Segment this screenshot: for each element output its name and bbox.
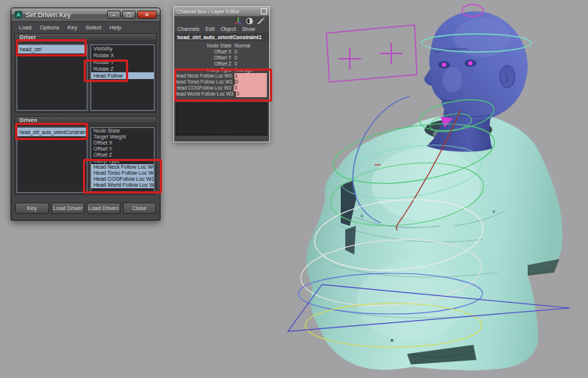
channel-box-toolbar — [174, 17, 269, 25]
channel-row-offset-x: Offset X0 — [174, 49, 269, 55]
driven-attr-head-torso-follow[interactable]: Head Torso Follow Loc W1 — [91, 170, 154, 176]
set-driven-key-window: Set Driven Key – ▢ ✕ Load Options Key Se… — [11, 8, 161, 221]
driven-object-list: head_ctrl_auto_orientConstraint1 — [17, 127, 87, 193]
driver-object-list: head_ctrl — [17, 44, 87, 111]
channel-box-attributes: Node StateNormal Offset X0 Offset Y0 Off… — [174, 41, 269, 97]
menu-help[interactable]: Help — [109, 24, 121, 31]
right-eye-marker[interactable] — [468, 61, 473, 66]
driven-attr-offset-z[interactable]: Offset Z — [91, 152, 154, 158]
sdk-titlebar[interactable]: Set Driven Key – ▢ ✕ — [11, 8, 160, 22]
axes-icon[interactable] — [234, 17, 242, 25]
channel-row-offset-z: Offset Z0 — [174, 61, 269, 67]
resize-grip[interactable]: ·········· — [210, 130, 233, 134]
driver-attribute-list: Visibility Rotate X Rotate Y Rotate Z He… — [90, 44, 155, 111]
channel-row-head-cog-follow: Head COGFollow Loc W20 — [174, 85, 269, 91]
menu-object[interactable]: Object — [221, 26, 236, 32]
driver-object-head_ctrl[interactable]: head_ctrl — [17, 45, 87, 53]
driven-attr-offset-y[interactable]: Offset Y — [91, 146, 154, 152]
minimize-button[interactable]: – — [107, 11, 121, 19]
driver-lists: head_ctrl Visibility Rotate X Rotate Y R… — [14, 42, 157, 113]
driver-section-header[interactable]: Driver — [14, 33, 157, 41]
pen-icon[interactable] — [257, 17, 265, 25]
channel-row-node-state: Node StateNormal — [174, 43, 269, 49]
driven-attr-target-weight[interactable]: Target Weight — [91, 134, 154, 140]
channel-row-head-neck-follow: Head Neck Follow Loc W01 — [174, 73, 269, 79]
close-button[interactable]: Close — [123, 203, 157, 214]
channel-box-panel: Channel Box / Layer Editor Channels Edit… — [173, 6, 270, 142]
driven-attribute-list: Node State Target Weight Offset X Offset… — [90, 127, 155, 193]
driven-lists: head_ctrl_auto_orientConstraint1 Node St… — [14, 125, 157, 195]
layer-editor-area: ·········· — [176, 102, 268, 136]
channel-box-menubar: Channels Edit Object Show — [174, 25, 269, 34]
driver-attr-rotate-z[interactable]: Rotate Z — [91, 66, 154, 72]
channel-box-title: Channel Box / Layer Editor — [176, 9, 240, 14]
load-driver-button[interactable]: Load Driver — [51, 203, 85, 214]
menu-load[interactable]: Load — [19, 24, 32, 31]
menu-edit[interactable]: Edit — [206, 26, 215, 32]
driven-attr-head-cog-follow[interactable]: Head COGFollow Loc W2 — [91, 176, 154, 182]
driven-attr-interp-type[interactable]: Interp Type — [91, 158, 154, 164]
driver-attr-head-follow[interactable]: Head Follow — [91, 72, 154, 79]
channel-row-head-torso-follow: Head Torso Follow Loc W10 — [174, 79, 269, 85]
sdk-menubar: Load Options Key Select Help — [13, 23, 158, 32]
channel-row-head-world-follow: Head World Follow Loc W30 — [174, 91, 269, 97]
load-driven-button[interactable]: Load Driven — [87, 203, 121, 214]
key-button[interactable]: Key — [15, 203, 49, 214]
menu-channels[interactable]: Channels — [177, 26, 200, 32]
sdk-button-row: Key Load Driver Load Driven Close — [15, 203, 156, 214]
menu-select[interactable]: Select — [85, 24, 101, 31]
menu-key[interactable]: Key — [68, 24, 78, 31]
driven-section-header[interactable]: Driven — [14, 116, 157, 124]
sdk-window-title: Set Driven Key — [26, 11, 71, 19]
menu-options[interactable]: Options — [40, 24, 60, 31]
driven-attr-head-neck-follow[interactable]: Head Neck Follow Loc W0 — [91, 164, 154, 170]
maya-app-icon — [14, 11, 23, 19]
driver-attr-rotate-y[interactable]: Rotate Y — [91, 59, 154, 66]
channel-box-titlebar[interactable]: Channel Box / Layer Editor — [174, 7, 269, 17]
channel-row-offset-y: Offset Y0 — [174, 55, 269, 61]
driven-object-constraint[interactable]: head_ctrl_auto_orientConstraint1 — [17, 128, 87, 136]
menu-show[interactable]: Show — [242, 26, 256, 32]
driver-attr-rotate-x[interactable]: Rotate X — [91, 52, 154, 59]
maximize-button[interactable]: ▢ — [122, 11, 136, 19]
driven-attr-head-world-follow[interactable]: Head World Follow Loc W3 — [91, 182, 154, 188]
driven-attr-node-state[interactable]: Node State — [91, 128, 154, 134]
spine-label-marker — [375, 164, 381, 166]
channel-box-object-name[interactable]: head_ctrl_auto_orientConstraint1 — [174, 34, 269, 41]
popout-icon[interactable] — [261, 8, 267, 14]
channel-row-interp-type: Interp TypeAverage — [174, 67, 269, 73]
driver-attr-visibility[interactable]: Visibility — [91, 45, 154, 52]
speed-circle-icon[interactable] — [246, 17, 253, 25]
driven-attr-offset-x[interactable]: Offset X — [91, 140, 154, 146]
close-window-button[interactable]: ✕ — [137, 11, 157, 19]
left-eye-marker[interactable] — [442, 62, 446, 67]
